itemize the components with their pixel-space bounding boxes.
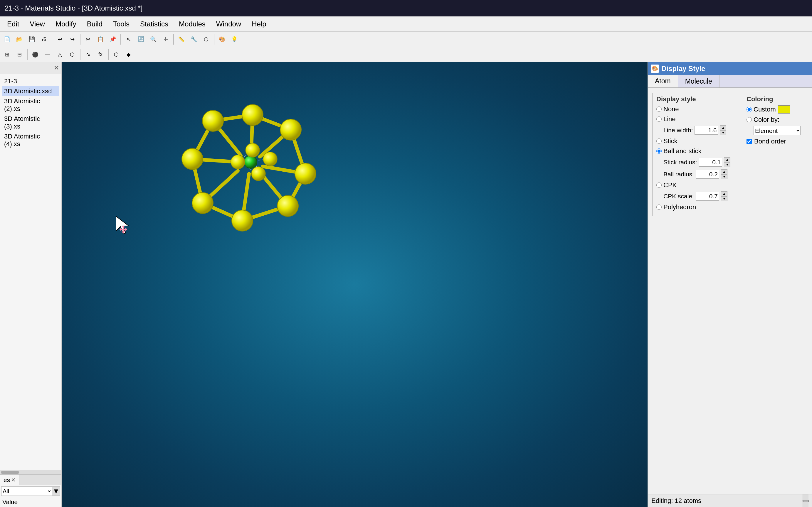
tb-open[interactable]: 📂 [13,34,25,45]
tb2-3[interactable]: △ [54,49,66,60]
tab-molecule[interactable]: Molecule [678,75,719,88]
toolbar-sep-1 [52,34,52,45]
radio-cpk: CPK [656,181,737,189]
tb2-bond[interactable]: — [42,49,53,60]
cpk-scale-input[interactable] [696,192,719,201]
tb2-7[interactable]: ◆ [123,49,135,60]
colorby-select[interactable]: Element [754,126,801,135]
main-layout: ✕ 21-3 3D Atomistic.xsd 3D Atomistic (2)… [0,62,812,507]
bond-order-checkbox[interactable] [747,139,752,144]
panel-tabs: Atom Molecule [648,75,812,88]
stick-radius-input[interactable] [699,158,722,167]
menu-modules[interactable]: Modules [174,19,210,30]
ball-radius-input[interactable] [696,170,719,179]
file-item-3[interactable]: 3D Atomistic (3).xs [2,114,59,131]
hscrollbar[interactable] [1,471,19,474]
line-width-down[interactable]: ▼ [720,130,726,135]
stick-radius-down[interactable]: ▼ [724,162,730,167]
stick-radius-up[interactable]: ▲ [724,157,730,162]
svg-point-31 [231,155,245,169]
panel-resize-handle[interactable]: ⟺ [803,494,808,507]
tb2-1[interactable]: ⊞ [1,49,13,60]
value-row: Value [0,497,61,507]
tb-render[interactable]: 💡 [229,34,240,45]
tb-new[interactable]: 📄 [1,34,13,45]
cpk-scale-down[interactable]: ▼ [721,196,727,201]
tb-select[interactable]: ↖ [123,34,135,45]
left-tab-active[interactable]: es ✕ [0,475,19,485]
menu-tools[interactable]: Tools [108,19,134,30]
radio-custom: Custom [747,105,804,114]
left-tab-close[interactable]: ✕ [11,477,15,483]
tb2-4[interactable]: ⬡ [66,49,78,60]
tb-rotate[interactable]: 🔄 [135,34,147,45]
svg-point-23 [280,119,301,140]
color-swatch[interactable] [778,105,790,114]
file-item-4[interactable]: 3D Atomistic (4).xs [2,131,59,149]
file-item-0[interactable]: 21-3 [2,76,59,86]
line-width-up[interactable]: ▲ [720,125,726,130]
tb-redo[interactable]: ↪ [66,34,78,45]
ball-radius-up[interactable]: ▲ [721,169,727,174]
menu-statistics[interactable]: Statistics [135,19,173,30]
radio-polyhedron-label: Polyhedron [663,203,696,211]
radio-none: None [656,105,737,113]
svg-marker-35 [116,216,129,234]
svg-marker-38 [120,228,121,231]
radio-colorby-input[interactable] [747,117,752,122]
tb2-atom[interactable]: ⚫ [30,49,41,60]
toolbar-sep-5 [214,34,214,45]
tb-symmetry[interactable]: ⬡ [200,34,212,45]
tb2-5[interactable]: ∿ [82,49,94,60]
left-tab-bar: es ✕ [0,475,61,485]
line-width-input[interactable] [695,126,718,135]
file-item-2[interactable]: 3D Atomistic (2).xs [2,96,59,114]
menu-build[interactable]: Build [82,19,107,30]
tb2-fx[interactable]: fx [95,49,106,60]
tb2-6[interactable]: ⬡ [110,49,122,60]
tb-zoom[interactable]: 🔍 [147,34,159,45]
svg-point-34 [251,167,265,181]
left-panel-close[interactable]: ✕ [54,64,59,72]
filter-select[interactable]: All [1,487,52,496]
panel-body: Display style None Line Line width: [648,88,812,494]
tb2-2[interactable]: ⊟ [13,49,25,60]
coloring-box: Coloring Custom Color by: Eleme [743,93,807,216]
tb-build[interactable]: 🔧 [188,34,200,45]
menu-help[interactable]: Help [247,19,271,30]
radio-cpk-input[interactable] [656,182,662,188]
radio-none-input[interactable] [656,107,662,112]
radio-custom-input[interactable] [747,107,752,112]
tb-undo[interactable]: ↩ [54,34,66,45]
svg-point-26 [232,210,253,231]
tb-save[interactable]: 💾 [26,34,38,45]
radio-line-input[interactable] [656,116,662,122]
svg-marker-39 [126,228,127,231]
stick-radius-label: Stick radius: [663,159,697,166]
radio-stick-input[interactable] [656,138,662,144]
toolbar-sep-4 [173,34,174,45]
tb-measure[interactable]: 📏 [175,34,187,45]
file-item-1[interactable]: 3D Atomistic.xsd [2,86,59,96]
tb-print[interactable]: 🖨 [38,34,50,45]
tb-translate[interactable]: ✛ [160,34,171,45]
menu-window[interactable]: Window [211,19,246,30]
line-width-label: Line width: [663,127,693,134]
svg-point-32 [246,143,260,157]
panel-footer: Editing: 12 atoms ⟺ [648,494,812,507]
menu-view[interactable]: View [25,19,50,30]
tb-paste[interactable]: 📌 [107,34,119,45]
menu-modify[interactable]: Modify [51,19,81,30]
tb-display[interactable]: 🎨 [216,34,228,45]
tb-copy[interactable]: 📋 [95,34,106,45]
viewport[interactable] [62,62,648,507]
radio-polyhedron-input[interactable] [656,205,662,210]
radio-ball-stick-input[interactable] [656,149,662,154]
toolbar2-sep-2 [80,49,81,60]
tab-atom[interactable]: Atom [648,75,678,88]
filter-arrow[interactable]: ▼ [52,487,60,496]
tb-cut[interactable]: ✂ [82,34,94,45]
ball-radius-down[interactable]: ▼ [721,174,727,179]
menu-edit[interactable]: Edit [2,19,24,30]
cpk-scale-up[interactable]: ▲ [721,191,727,196]
